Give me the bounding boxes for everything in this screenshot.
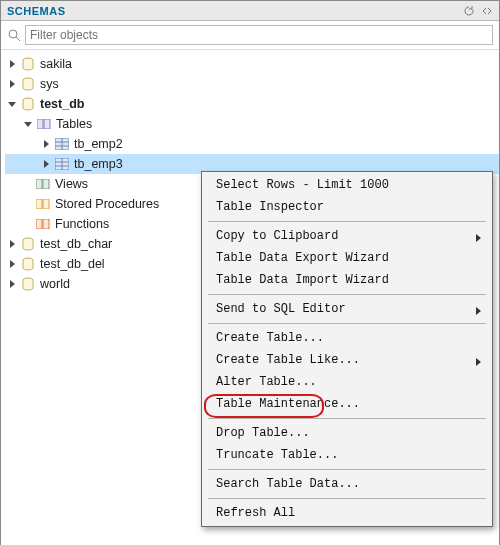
database-icon (20, 236, 36, 252)
search-icon (7, 28, 21, 42)
schemas-panel: SCHEMAS sakila (0, 0, 500, 545)
tree-label: Tables (56, 117, 92, 131)
menu-item-export-wizard[interactable]: Table Data Export Wizard (202, 247, 492, 269)
menu-item-label: Drop Table... (216, 426, 482, 440)
tree-label: test_db (40, 97, 84, 111)
submenu-arrow-icon (474, 305, 482, 313)
menu-item-label: Copy to Clipboard (216, 229, 468, 243)
expand-icon[interactable] (7, 59, 17, 69)
views-icon (35, 176, 51, 192)
menu-item-create-table[interactable]: Create Table... (202, 327, 492, 349)
menu-item-create-table-like[interactable]: Create Table Like... (202, 349, 492, 371)
functions-icon (35, 216, 51, 232)
svg-rect-15 (36, 179, 42, 189)
menu-item-label: Create Table Like... (216, 353, 468, 367)
stored-procedures-icon (35, 196, 51, 212)
menu-separator (208, 498, 486, 499)
menu-item-alter-table[interactable]: Alter Table... (202, 371, 492, 393)
filter-objects-input[interactable] (25, 25, 493, 45)
menu-item-label: Select Rows - Limit 1000 (216, 178, 482, 192)
tree-db-test-db[interactable]: test_db (5, 94, 499, 114)
menu-item-label: Table Maintenance... (216, 397, 482, 411)
menu-item-drop-table[interactable]: Drop Table... (202, 422, 492, 444)
menu-item-label: Refresh All (216, 506, 482, 520)
svg-point-0 (9, 30, 17, 38)
table-icon (54, 156, 70, 172)
menu-item-table-maintenance[interactable]: Table Maintenance... (202, 393, 492, 415)
panel-title: SCHEMAS (7, 5, 66, 17)
menu-item-copy-clipboard[interactable]: Copy to Clipboard (202, 225, 492, 247)
menu-separator (208, 469, 486, 470)
menu-separator (208, 418, 486, 419)
collapse-icon[interactable] (7, 99, 17, 109)
menu-separator (208, 323, 486, 324)
database-icon (20, 56, 36, 72)
expand-icon[interactable] (7, 239, 17, 249)
svg-rect-5 (37, 119, 43, 129)
svg-rect-20 (43, 219, 49, 229)
expand-icon[interactable] (41, 159, 51, 169)
menu-separator (208, 294, 486, 295)
tree-label: sakila (40, 57, 72, 71)
svg-line-1 (16, 37, 20, 41)
menu-item-send-sql-editor[interactable]: Send to SQL Editor (202, 298, 492, 320)
menu-item-search-table-data[interactable]: Search Table Data... (202, 473, 492, 495)
panel-header: SCHEMAS (1, 1, 499, 21)
tree-label: world (40, 277, 70, 291)
tree-db-sakila[interactable]: sakila (5, 54, 499, 74)
tree-label: Functions (55, 217, 109, 231)
svg-rect-19 (36, 219, 42, 229)
menu-item-label: Alter Table... (216, 375, 482, 389)
tree-db-sys[interactable]: sys (5, 74, 499, 94)
menu-item-label: Table Data Export Wizard (216, 251, 482, 265)
tree-label: Views (55, 177, 88, 191)
svg-rect-18 (43, 199, 49, 209)
collapse-icon[interactable] (23, 119, 33, 129)
menu-item-import-wizard[interactable]: Table Data Import Wizard (202, 269, 492, 291)
menu-item-select-rows[interactable]: Select Rows - Limit 1000 (202, 174, 492, 196)
database-icon (20, 76, 36, 92)
database-icon (20, 256, 36, 272)
menu-item-label: Send to SQL Editor (216, 302, 468, 316)
menu-item-table-inspector[interactable]: Table Inspector (202, 196, 492, 218)
menu-separator (208, 221, 486, 222)
svg-rect-17 (36, 199, 42, 209)
tree-label: test_db_char (40, 237, 112, 251)
database-icon (20, 276, 36, 292)
table-context-menu: Select Rows - Limit 1000 Table Inspector… (201, 171, 493, 527)
tree-label: tb_emp2 (74, 137, 123, 151)
table-icon (54, 136, 70, 152)
menu-item-refresh-all[interactable]: Refresh All (202, 502, 492, 524)
submenu-arrow-icon (474, 356, 482, 364)
expand-icon[interactable] (7, 259, 17, 269)
menu-item-label: Truncate Table... (216, 448, 482, 462)
tree-label: Stored Procedures (55, 197, 159, 211)
folder-icon (36, 116, 52, 132)
tree-table-tb-emp2[interactable]: tb_emp2 (5, 134, 499, 154)
expand-icon[interactable] (7, 279, 17, 289)
expand-icon[interactable] (41, 139, 51, 149)
refresh-icon[interactable] (463, 5, 475, 17)
tree-label: tb_emp3 (74, 157, 123, 171)
menu-item-label: Table Inspector (216, 200, 482, 214)
expand-panel-icon[interactable] (481, 5, 493, 17)
submenu-arrow-icon (474, 232, 482, 240)
tree-tables-folder[interactable]: Tables (5, 114, 499, 134)
svg-rect-16 (43, 179, 49, 189)
menu-item-label: Table Data Import Wizard (216, 273, 482, 287)
tree-label: test_db_del (40, 257, 105, 271)
menu-item-label: Create Table... (216, 331, 482, 345)
expand-icon[interactable] (7, 79, 17, 89)
menu-item-label: Search Table Data... (216, 477, 482, 491)
tree-label: sys (40, 77, 59, 91)
svg-rect-6 (44, 119, 50, 129)
database-icon (20, 96, 36, 112)
filter-row (1, 21, 499, 50)
menu-item-truncate-table[interactable]: Truncate Table... (202, 444, 492, 466)
